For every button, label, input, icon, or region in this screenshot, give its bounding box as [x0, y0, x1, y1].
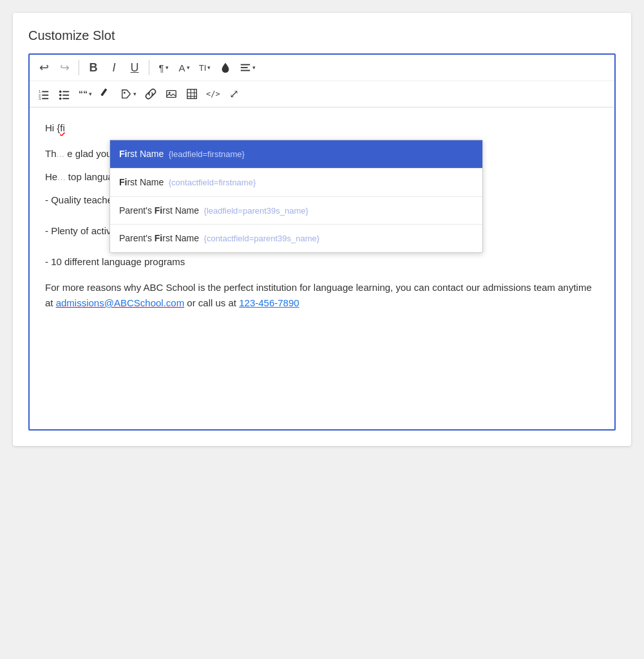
svg-rect-19	[187, 89, 196, 98]
page-container: Customize Slot ↩ ↪ B I U ¶▾ A▾ TI▾	[13, 13, 631, 446]
svg-rect-12	[62, 95, 69, 96]
hi-typed-text: Hi {fi	[45, 122, 65, 133]
marker-button[interactable]	[97, 85, 115, 103]
svg-point-13	[59, 97, 62, 100]
ellipsis-4: ...	[57, 171, 66, 182]
svg-point-18	[169, 92, 171, 94]
svg-rect-2	[241, 70, 250, 71]
svg-point-9	[59, 91, 62, 93]
ellipsis-1: ...	[57, 148, 65, 159]
phone-link[interactable]: 123-456-7890	[239, 297, 299, 308]
toolbar-row-2: 1. 2. 3.	[30, 80, 614, 107]
link-icon	[145, 88, 156, 100]
underline-button[interactable]: U	[126, 59, 144, 77]
unordered-list-icon	[59, 88, 70, 100]
editor-wrapper: ↩ ↪ B I U ¶▾ A▾ TI▾	[28, 53, 616, 431]
ac-highlight-4: Fi	[155, 233, 162, 243]
font-size-button[interactable]: TI▾	[196, 59, 214, 77]
divider-1	[79, 60, 79, 75]
svg-point-11	[59, 94, 62, 97]
ac-name-1: rst Name	[127, 149, 164, 159]
ac-name-3: rst Name	[162, 205, 199, 216]
svg-text:3.: 3.	[39, 97, 41, 100]
redo-button[interactable]: ↪	[55, 59, 73, 77]
table-icon	[186, 88, 198, 100]
svg-rect-8	[42, 98, 48, 99]
font-color-dropdown-arrow: ▾	[187, 64, 190, 71]
ac-name-2: rst Name	[127, 177, 164, 187]
svg-rect-15	[100, 88, 107, 96]
ac-tag-2: {contactfield=firstname}	[166, 178, 256, 187]
tag-button[interactable]: ▾	[118, 85, 139, 103]
ac-parent-prefix-2: Parent's	[119, 233, 155, 243]
toolbar-row-1: ↩ ↪ B I U ¶▾ A▾ TI▾	[30, 55, 614, 80]
svg-rect-6	[42, 95, 48, 96]
editor-paragraph-3: For more reasons why ABC School is the p…	[45, 280, 599, 311]
italic-button[interactable]: I	[105, 59, 123, 77]
toolbar: ↩ ↪ B I U ¶▾ A▾ TI▾	[30, 55, 614, 107]
droplet-icon	[220, 62, 231, 73]
tag-dropdown-arrow: ▾	[133, 91, 137, 97]
autocomplete-item-lead-firstname[interactable]: First Name {leadfield=firstname}	[110, 140, 482, 169]
ac-tag-4: {contactfield=parent39s_name}	[202, 234, 319, 243]
font-size-dropdown-arrow: ▾	[207, 64, 211, 71]
autocomplete-dropdown: First Name {leadfield=firstname} First N…	[109, 140, 483, 253]
paragraph-button[interactable]: ¶▾	[155, 59, 173, 77]
list-item-3: - 10 different language programs	[45, 254, 599, 270]
email-link[interactable]: admissions@ABCSchool.com	[56, 297, 184, 308]
ac-highlight-1: Fi	[119, 149, 127, 159]
table-button[interactable]	[183, 85, 201, 103]
ac-tag-1: {leadfield=firstname}	[166, 149, 245, 159]
autocomplete-item-contact-firstname[interactable]: First Name {contactfield=firstname}	[110, 169, 482, 197]
svg-point-16	[124, 92, 126, 94]
undo-button[interactable]: ↩	[35, 59, 53, 77]
fullscreen-button[interactable]: ⤢	[225, 85, 243, 103]
marker-icon	[100, 88, 112, 100]
svg-rect-1	[241, 67, 248, 68]
ac-name-4: rst Name	[162, 233, 199, 243]
svg-rect-17	[167, 91, 176, 98]
ac-tag-3: {leadfield=parent39s_name}	[202, 206, 308, 216]
ac-highlight-2: Fi	[119, 177, 127, 187]
hi-line: Hi {fi First Name {leadfield=firstname} …	[45, 120, 599, 136]
svg-rect-0	[241, 64, 250, 66]
fi-underline-text: fi	[60, 122, 65, 133]
ordered-list-icon: 1. 2. 3.	[38, 88, 50, 100]
ac-parent-prefix-1: Parent's	[119, 205, 155, 216]
code-button[interactable]: </>	[204, 85, 223, 103]
autocomplete-item-contact-parent-firstname[interactable]: Parent's First Name {contactfield=parent…	[110, 225, 482, 252]
autocomplete-item-lead-parent-firstname[interactable]: Parent's First Name {leadfield=parent39s…	[110, 197, 482, 225]
svg-rect-4	[42, 91, 48, 93]
ordered-list-button[interactable]: 1. 2. 3.	[35, 85, 53, 103]
unordered-list-button[interactable]	[55, 85, 73, 103]
text-color-button[interactable]	[216, 59, 234, 77]
svg-rect-14	[62, 98, 69, 99]
tag-icon	[120, 88, 132, 100]
blockquote-dropdown-arrow: ▾	[89, 91, 92, 97]
editor-content[interactable]: Hi {fi First Name {leadfield=firstname} …	[30, 107, 614, 429]
image-icon	[166, 88, 177, 100]
font-color-button[interactable]: A▾	[175, 59, 193, 77]
blockquote-button[interactable]: ““ ▾	[76, 85, 95, 103]
align-button[interactable]: ▾	[237, 59, 258, 77]
page-title: Customize Slot	[28, 28, 616, 43]
ac-highlight-3: Fi	[155, 205, 162, 216]
image-button[interactable]	[162, 85, 180, 103]
align-dropdown-arrow: ▾	[252, 64, 256, 71]
paragraph-dropdown-arrow: ▾	[166, 64, 169, 71]
align-icon	[240, 62, 251, 73]
divider-2	[149, 60, 149, 75]
bold-button[interactable]: B	[84, 59, 102, 77]
svg-rect-10	[62, 91, 69, 93]
link-button[interactable]	[142, 85, 160, 103]
